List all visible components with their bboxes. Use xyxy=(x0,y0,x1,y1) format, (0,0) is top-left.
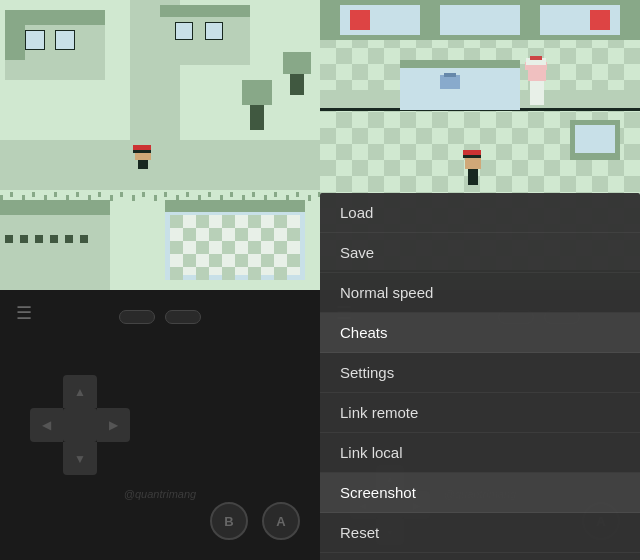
dpad-right-btn[interactable]: ▶ xyxy=(97,408,130,442)
a-button-left[interactable]: A xyxy=(262,502,300,540)
dpad-up-left[interactable]: ▲ xyxy=(63,375,97,408)
menu-item-link-remote[interactable]: Link remote xyxy=(320,393,640,433)
start-button-left[interactable] xyxy=(165,310,201,324)
game-canvas-left xyxy=(0,0,320,290)
dpad-up-arrow: ▲ xyxy=(74,385,86,399)
select-button-left[interactable] xyxy=(119,310,155,324)
b-button-left[interactable]: B xyxy=(210,502,248,540)
select-start-left xyxy=(119,310,201,324)
menu-item-settings[interactable]: Settings xyxy=(320,353,640,393)
dpad-left-btn[interactable]: ◀ xyxy=(30,408,63,442)
dpad-center xyxy=(63,408,97,442)
left-panel: ☰ ▲ ◀ ▶ ▼ xyxy=(0,0,320,560)
dpad-right-arrow: ▶ xyxy=(109,418,118,432)
menu-item-cheats[interactable]: Cheats xyxy=(320,313,640,353)
menu-item-save[interactable]: Save xyxy=(320,233,640,273)
menu-item-normal-speed[interactable]: Normal speed xyxy=(320,273,640,313)
menu-item-screenshot[interactable]: Screenshot xyxy=(320,473,640,513)
dpad-down-arrow: ▼ xyxy=(74,452,86,466)
menu-item-load[interactable]: Load xyxy=(320,193,640,233)
action-buttons-left: B A xyxy=(210,502,300,540)
watermark-left: @quantrimang xyxy=(124,488,196,500)
dpad-down-left[interactable]: ▼ xyxy=(63,442,97,475)
menu-item-link-local[interactable]: Link local xyxy=(320,433,640,473)
hamburger-button-left[interactable]: ☰ xyxy=(16,302,32,324)
context-menu: Load Save Normal speed Cheats Settings L… xyxy=(320,193,640,560)
controls-area-left: ☰ ▲ ◀ ▶ ▼ xyxy=(0,290,320,560)
dpad-left-arrow: ◀ xyxy=(42,418,51,432)
menu-item-close[interactable]: Close xyxy=(320,553,640,560)
dpad-left: ▲ ◀ ▶ ▼ xyxy=(30,375,130,475)
right-panel: Load Save Normal speed Cheats Settings L… xyxy=(320,0,640,560)
menu-item-reset[interactable]: Reset xyxy=(320,513,640,553)
game-screen-left xyxy=(0,0,320,290)
